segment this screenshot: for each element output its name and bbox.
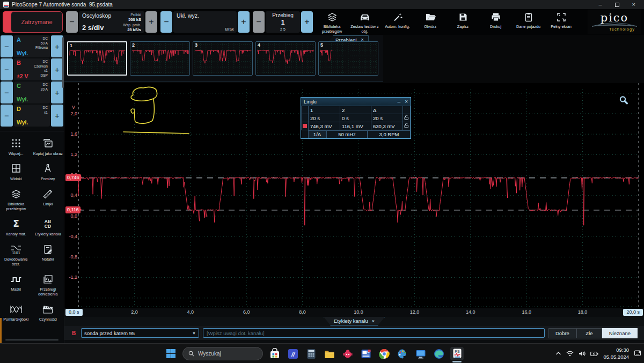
taskbar-icon-picoscope[interactable]: PS	[450, 347, 464, 360]
ruler-value-delta: 630,3 mV	[371, 122, 403, 130]
channel-B-minus-button[interactable]: −	[1, 58, 13, 80]
waveform-thumbnail-2[interactable]: 2	[130, 41, 190, 76]
time-lock-icon[interactable]	[403, 114, 411, 122]
sidebar-tool-measurements[interactable]: Pomiary	[32, 159, 64, 184]
tray-chevron-up-icon[interactable]	[555, 351, 561, 357]
channel-A-plus-button[interactable]: +	[51, 35, 63, 57]
sidebar-tool-views[interactable]: Widoki	[0, 159, 32, 184]
taskbar-clock[interactable]: 09:30 05.05.2024	[603, 347, 629, 360]
toolbar-button-print[interactable]: Drukuj	[480, 10, 511, 34]
minimize-icon[interactable]: –	[598, 2, 602, 8]
sidebar-tool-reference-waveforms[interactable]: Przebiegi odniesienia	[32, 270, 64, 300]
waveform-thumbnail-3[interactable]: 3	[193, 41, 253, 76]
sidebar-tool-deep-measure[interactable]: PomiarGłęboki	[0, 300, 32, 325]
trigger-plus-button[interactable]: +	[238, 11, 250, 33]
channel-B-body[interactable]: BDCCzerwonx1DSP±2 V	[14, 58, 50, 80]
thumbnail-waveform	[256, 42, 315, 75]
reciprocal-button[interactable]: 1/Δ	[308, 130, 326, 138]
channel-C-minus-button[interactable]: −	[1, 82, 13, 103]
sidebar-tool-waveform-library[interactable]: Biblioteka przebiegów	[0, 184, 32, 214]
toolbar-button-label: Biblioteka przebiegów	[316, 25, 348, 34]
zoom-overview-icon[interactable]	[618, 95, 629, 108]
scope-chart[interactable]: V2,01,61,20,80,40,0-0,4-0,8-1,2 0,746 0,…	[64, 83, 644, 308]
channel-D-plus-button[interactable]: +	[51, 105, 63, 127]
channel-notes-input[interactable]: [Wpisz uwagi dot. kanału]	[203, 328, 545, 338]
sidebar-tool-copy-image[interactable]: Kopiuj jako obraz	[32, 134, 64, 159]
value-lock-icon[interactable]	[403, 122, 411, 130]
wifi-icon[interactable]	[566, 349, 574, 359]
stop-start-button[interactable]: Zatrzymane	[11, 11, 63, 33]
toolbar-button-vehicle-data[interactable]: Dane pojazdu	[513, 10, 544, 34]
sidebar-tool-channel-labels[interactable]: ABCDEtykiety kanału	[32, 214, 64, 239]
start-button[interactable]	[164, 347, 178, 360]
timebase-minus-button[interactable]: −	[66, 11, 78, 33]
toolbar-button-open[interactable]: Otwórz	[414, 10, 446, 34]
timebase-plus-button[interactable]: +	[145, 11, 157, 33]
toolbar-button-guided-tests[interactable]: Zestaw testów z obj.	[349, 10, 380, 34]
sidebar-tool-actions[interactable]: Czynności	[32, 300, 64, 325]
sidebar-tool-rulers[interactable]: Linijki	[32, 184, 64, 214]
toolbar-button-auto-setup[interactable]: Autom. konfig.	[382, 10, 413, 34]
taskbar-icon-robot-app[interactable]	[341, 347, 354, 360]
ruler2-value-badge[interactable]: 0,116	[65, 206, 80, 213]
x-end-badge[interactable]: 20,0 s	[623, 309, 643, 316]
taskbar-icon-calculator[interactable]	[304, 347, 318, 360]
channel-C-body[interactable]: CDC20 AWył.	[14, 82, 50, 103]
trigger-body[interactable]: Ukł. wyz. Brak	[173, 11, 237, 33]
taskbar-icon-store[interactable]	[268, 347, 281, 360]
waveform-prev-button[interactable]: −	[253, 11, 265, 33]
channel-A-minus-button[interactable]: −	[1, 35, 13, 57]
timebase-body[interactable]: Oscyloskop 2 s/div Próbki 500 kS Wsp. pr…	[79, 11, 144, 33]
channel-label-select[interactable]: sonda przed katem 95 ▼	[81, 328, 199, 338]
maximize-icon[interactable]	[615, 3, 619, 7]
thumbnail-number: 1	[70, 43, 72, 48]
taskbar-icon-news-app[interactable]	[359, 347, 372, 360]
volume-icon[interactable]	[579, 349, 586, 359]
channel-C-plus-button[interactable]: +	[51, 82, 63, 103]
channel-B-plus-button[interactable]: +	[51, 58, 63, 80]
notification-icon[interactable]	[634, 349, 641, 359]
sidebar-tool-math-channels[interactable]: ΣKanały mat.	[0, 214, 32, 239]
taskbar-icon-file-explorer[interactable]	[323, 347, 336, 360]
rulers-minimize-icon[interactable]: –	[398, 99, 401, 105]
x-start-badge[interactable]: 0,0 s	[65, 309, 83, 316]
channel-D-body[interactable]: DDCx1Wył.	[14, 105, 50, 127]
waveform-thumbnails-strip: Przebiegi × 12345	[64, 35, 644, 83]
ruler1-value-badge[interactable]: 0,746	[65, 174, 81, 181]
toolbar-button-save[interactable]: Zapisz	[447, 10, 479, 34]
taskbar-icon-display-settings[interactable]	[414, 347, 427, 360]
trigger-minus-button[interactable]: −	[160, 11, 172, 33]
toolbar-button-fullscreen[interactable]: Pełny ekran	[545, 10, 577, 34]
waveform-next-button[interactable]: +	[301, 11, 313, 33]
sidebar-tool-more[interactable]: Więcej...	[0, 134, 32, 159]
rulers-close-icon[interactable]: ×	[405, 99, 408, 105]
toolbar-button-waveform-library[interactable]: Biblioteka przebiegów	[316, 10, 348, 34]
taskbar-search[interactable]: Wyszukaj	[182, 347, 263, 360]
sidebar-tool-masks[interactable]: Maski	[0, 270, 32, 300]
rating-button-złe[interactable]: Złe	[576, 328, 602, 338]
tab-close-icon[interactable]: ×	[372, 318, 375, 324]
sidebar-scrollbar[interactable]	[62, 37, 64, 88]
svg-text:CD: CD	[45, 224, 51, 229]
rulers-panel[interactable]: Linijki – × 1 2 Δ	[301, 97, 411, 139]
close-icon[interactable]: ×	[632, 2, 635, 8]
sidebar-tool-notes[interactable]: Notatki	[32, 240, 64, 270]
taskbar-icon-chrome[interactable]	[377, 347, 391, 360]
waveform-thumbnail-1[interactable]: 1	[67, 41, 127, 76]
rating-button-dobre[interactable]: Dobre	[548, 328, 576, 338]
serial-decoding-icon: 1101	[10, 244, 22, 256]
channel-A-body[interactable]: ADC60 AFiltrowaWył.	[14, 35, 50, 57]
waveform-thumbnail-5[interactable]: 5	[318, 41, 378, 76]
sidebar-tool-serial-decoding[interactable]: 1101Dekodowanie szer.	[0, 240, 32, 270]
taskbar-icon-paint[interactable]	[396, 347, 409, 360]
battery-icon[interactable]	[590, 349, 598, 359]
rating-button-nieznane[interactable]: Nieznane	[602, 328, 638, 338]
taskbar-icon-edge[interactable]	[432, 347, 445, 360]
rulers-panel-titlebar[interactable]: Linijki – ×	[301, 98, 411, 106]
sidebar-bottom-scrollbar[interactable]	[5, 339, 58, 340]
tab-etykiety-kanalu[interactable]: Etykiety kanału ×	[324, 317, 385, 325]
taskbar-icon-dev-app[interactable]: //	[286, 347, 299, 360]
waveform-thumbnail-4[interactable]: 4	[255, 41, 316, 76]
waveform-nav-body[interactable]: Przebieg 1 z 5	[266, 11, 300, 33]
channel-D-minus-button[interactable]: −	[1, 105, 13, 127]
